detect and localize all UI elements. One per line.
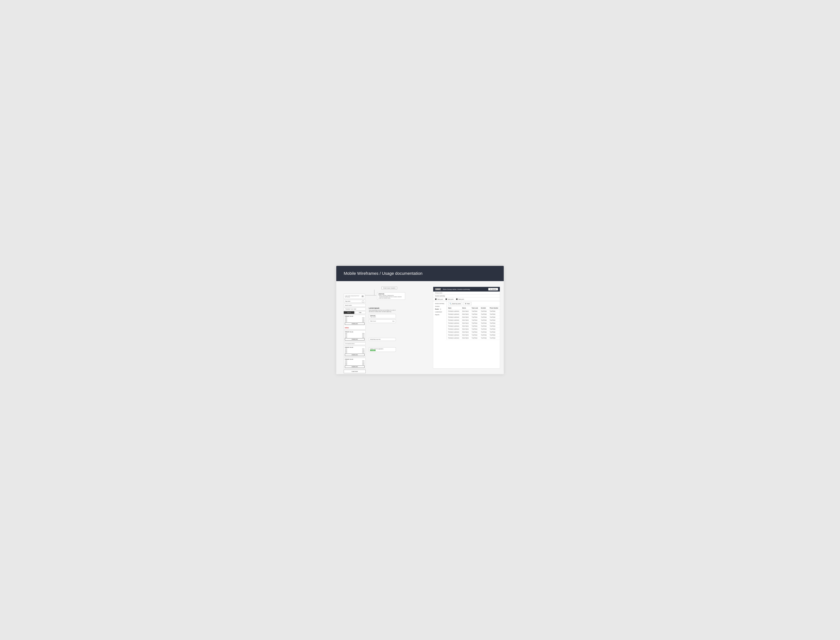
sidebar-nav: Invoice summary Invoices Roster Leaderbo… xyxy=(433,301,446,339)
table-logo: LOGO xyxy=(435,288,441,290)
download-btn-1[interactable]: DOWNLOAD xyxy=(345,323,365,325)
search-btn-mobile[interactable]: Search xyxy=(344,311,354,314)
table-header: LOGO Store Group name: Invoice summary R… xyxy=(433,287,500,291)
roster-indicator xyxy=(440,309,441,310)
primary-card-1: PRIMARY VALUE LabelValue LabelValue Labe… xyxy=(344,315,366,330)
load-more-button[interactable]: Load more xyxy=(344,370,366,373)
search-action-box: Search action xyxy=(344,304,366,307)
table-body: Firstname LastnameStore NameTrue/FalseTr… xyxy=(446,310,500,339)
main-frame: Mobile Wireframes / Usage documentation … xyxy=(336,266,504,374)
primary-card-4: PRIMARY VALUE LabelValue LabelValue Labe… xyxy=(344,358,366,369)
filter-btn-mobile[interactable]: Filter xyxy=(355,311,366,314)
table-row: Firstname LastnameStore NameTrue/FalseTr… xyxy=(446,325,500,328)
table-header-row: Name Stores Team Lead Enrolled Phone Num… xyxy=(446,306,500,310)
sidebar-item-leaderboard[interactable]: Leaderboard xyxy=(433,310,446,313)
flow-top-node: Simple burger navigation xyxy=(381,287,397,289)
sidebar-item-reports[interactable]: Reports xyxy=(433,313,446,316)
table-row: Firstname LastnameStore NameTrue/FalseTr… xyxy=(446,313,500,316)
flow-line-logo-right xyxy=(371,295,376,296)
filters-button[interactable]: ⚙ Filters xyxy=(463,302,472,305)
table-row: Firstname LastnameStore NameTrue/FalseTr… xyxy=(446,316,500,319)
lorem-ipsum-annotation: Lorem Ipsum Some placeholder text that c… xyxy=(369,307,396,352)
table-row: Firstname LastnameStore NameTrue/FalseTr… xyxy=(446,334,500,336)
download-btn-4[interactable]: DOWNLOAD xyxy=(345,366,365,368)
breakpoints-row: Table point Table point Table point xyxy=(433,298,500,301)
data-table: Name Stores Team Lead Enrolled Phone Num… xyxy=(446,306,500,339)
group-name-bar: Group name xyxy=(433,291,500,294)
col-enrolled: Enrolled xyxy=(479,306,488,310)
search-filter-row: Search Filter xyxy=(344,311,366,314)
infinite-scroll-box: Infinite scroll Or pagination LOADED xyxy=(369,347,396,352)
download-btn-3[interactable]: DOWNLOAD xyxy=(345,354,365,356)
entity-link-box: Entity/View more link xyxy=(369,338,396,341)
download-btn-2[interactable]: DOWNLOAD xyxy=(345,338,365,341)
breakpoint-2: Table point xyxy=(445,298,453,300)
col-name: Name xyxy=(446,306,461,310)
col-stores: Stores xyxy=(461,306,470,310)
checkbox-2[interactable] xyxy=(445,298,447,300)
table-row: Firstname LastnameStore NameTrue/FalseTr… xyxy=(446,322,500,325)
nav-section: Invoice summary Table point Table point … xyxy=(433,294,500,301)
breakpoint-1: Table point xyxy=(435,298,443,300)
checkbox-1[interactable] xyxy=(435,298,437,300)
primary-card-3: PRIMARY VALUE LabelValue LabelValue Labe… xyxy=(344,346,366,357)
sidebar-item-invoices[interactable]: Invoices xyxy=(433,305,446,308)
main-content: Simple burger navigation Logo mark compr… xyxy=(336,281,504,374)
filter-sort-box: Filter & sort ⟵ xyxy=(369,320,396,323)
table-row: Firstname LastnameStore NameTrue/FalseTr… xyxy=(446,331,500,334)
inner-layout: Invoice summary Invoices Roster Leaderbo… xyxy=(433,301,500,339)
table-row: Firstname LastnameStore NameTrue/FalseTr… xyxy=(446,336,500,339)
logo-box: Logo mark compressed from full lockup ≋ xyxy=(344,294,365,299)
primary-card-2: PRIMARY VALUE LabelValue LabelValue Labe… xyxy=(344,330,366,341)
col-team-lead: Team Lead xyxy=(470,306,480,310)
invoice-summary-label: Invoice summary xyxy=(433,294,500,298)
sidebar-item-invoice-summary[interactable]: Invoice summary xyxy=(433,302,446,305)
wireframe-diagram: Simple burger navigation Logo mark compr… xyxy=(340,287,429,368)
right-table-panel: LOGO Store Group name: Invoice summary R… xyxy=(433,287,500,368)
table-row: Firstname LastnameStore NameTrue/FalseTr… xyxy=(446,328,500,331)
mobile-wireframe-column: Page label Search action "Transition" na… xyxy=(344,300,366,373)
table-content: 🔍 Search by name ⚙ Filters Name xyxy=(446,301,500,339)
table-row: Firstname LastnameStore NameTrue/FalseTr… xyxy=(446,319,500,322)
left-wireframe-panel: Simple burger navigation Logo mark compr… xyxy=(340,287,429,368)
annotations-top: (Optional) Tertiary / Element / Addition… xyxy=(377,292,405,301)
card-icon xyxy=(362,301,364,303)
cta-box: CTA Stacked below xyxy=(344,342,366,345)
optional-annotation-box: (Optional) Tertiary / Element / Addition… xyxy=(377,292,405,300)
operator-badge: RL Operator xyxy=(488,288,498,290)
flow-line-v1 xyxy=(374,290,374,295)
sidebar-item-roster[interactable]: Roster xyxy=(433,308,446,310)
header-banner: Mobile Wireframes / Usage documentation xyxy=(336,266,504,281)
transition-nav-box: "Transition" nav / state xyxy=(344,307,366,310)
table-head: Name Stores Team Lead Enrolled Phone Num… xyxy=(446,306,500,310)
page-title: Mobile Wireframes / Usage documentation xyxy=(344,271,496,276)
optional-page-box: (Optional) Page details xyxy=(369,314,396,318)
search-by-name-button[interactable]: 🔍 Search by name xyxy=(448,302,462,305)
loaded-badge: LOADED xyxy=(370,350,376,351)
table-title: Store Group name: Invoice summary xyxy=(441,288,488,290)
table-row: Firstname LastnameStore NameTrue/FalseTr… xyxy=(446,310,500,313)
breakpoint-3: Table point xyxy=(456,298,464,300)
table-toolbar: 🔍 Search by name ⚙ Filters xyxy=(446,301,500,306)
col-phone: Phone Number xyxy=(488,306,500,310)
checkbox-3[interactable] xyxy=(456,298,458,300)
